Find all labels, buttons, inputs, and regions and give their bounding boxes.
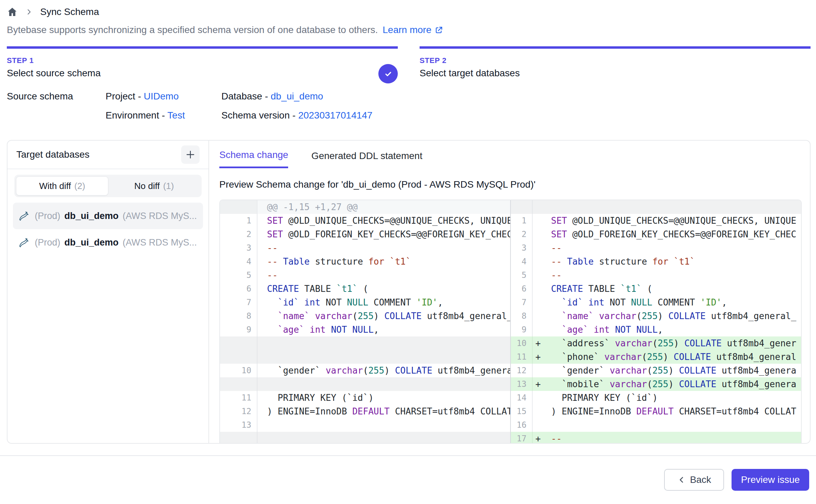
add-database-button[interactable]: [181, 145, 200, 164]
diff-code-row: 2SET @OLD_FOREIGN_KEY_CHECKS=@@FOREIGN_K…: [511, 227, 801, 241]
diff-filter-tabs: With diff(2) No diff(1): [14, 175, 202, 197]
diff-code-row: 13: [220, 418, 510, 432]
line-number: 5: [511, 268, 533, 282]
diff-code-row: 1SET @OLD_UNIQUE_CHECKS=@@UNIQUE_CHECKS,…: [220, 214, 510, 227]
source-database-field: Database - db_ui_demo: [221, 91, 811, 102]
back-button[interactable]: Back: [664, 469, 724, 491]
diff-added-row: 10+ `address` varchar(255) COLLATE utf8m…: [511, 336, 801, 350]
environment-link[interactable]: Test: [168, 110, 185, 121]
source-schema-summary: Source schema Project - UIDemo Database …: [7, 91, 811, 121]
code-line: --: [533, 268, 801, 282]
code-line: [533, 418, 801, 432]
line-number: [220, 377, 257, 391]
project-link[interactable]: UIDemo: [144, 91, 179, 101]
code-line: --: [257, 268, 510, 282]
diff-code-row: 6CREATE TABLE `t1` (: [511, 282, 801, 296]
diff-hunk-header-row: @@ -1,15 +1,27 @@: [220, 200, 510, 214]
database-environment: (Prod): [35, 211, 60, 221]
database-list-item[interactable]: (Prod)db_ui_demo(AWS RDS MyS...: [13, 203, 203, 229]
code-line: [257, 432, 510, 444]
code-line: CREATE TABLE `t1` (: [257, 282, 510, 296]
code-line: --: [533, 241, 801, 255]
code-line: SET @OLD_FOREIGN_KEY_CHECKS=@@FOREIGN_KE…: [257, 227, 510, 241]
target-databases-header: Target databases: [7, 141, 208, 169]
line-number: 8: [220, 309, 257, 323]
line-number: 12: [220, 405, 257, 418]
line-number: 7: [220, 296, 257, 309]
code-line: + `mobile` varchar(255) COLLATE utf8mb4_…: [533, 377, 801, 391]
code-line: + `phone` varchar(255) COLLATE utf8mb4_g…: [533, 350, 801, 364]
code-line: +--: [533, 432, 801, 444]
line-number: 3: [220, 241, 257, 255]
preview-issue-button[interactable]: Preview issue: [732, 469, 809, 491]
step-2: STEP 2 Select target databases: [420, 46, 811, 79]
diff-code-row: 10 `gender` varchar(255) COLLATE utf8mb4…: [220, 364, 510, 377]
code-line: PRIMARY KEY (`id`): [257, 391, 510, 405]
footer-actions: Back Preview issue: [7, 456, 811, 491]
line-number: [220, 432, 257, 444]
stepper: STEP 1 Select source schema STEP 2 Selec…: [7, 46, 811, 79]
code-line: [257, 418, 510, 432]
line-number: 4: [220, 255, 257, 268]
diff-code-row: 2SET @OLD_FOREIGN_KEY_CHECKS=@@FOREIGN_K…: [220, 227, 510, 241]
chevron-left-icon: [677, 475, 686, 484]
diff-code-row: 1SET @OLD_UNIQUE_CHECKS=@@UNIQUE_CHECKS,…: [511, 214, 801, 227]
added-marker: +: [535, 377, 551, 391]
code-line: `id` int NOT NULL COMMENT 'ID',: [533, 296, 801, 309]
code-line: `name` varchar(255) COLLATE utf8mb4_gene…: [257, 309, 510, 323]
tab-schema-change[interactable]: Schema change: [219, 149, 288, 168]
tab-with-diff[interactable]: With diff(2): [16, 176, 108, 195]
source-schema-label: Source schema: [7, 91, 106, 102]
external-link-icon: [434, 25, 444, 35]
database-instance: (AWS RDS MyS...: [123, 211, 197, 221]
diff-code-row: 16: [511, 418, 801, 432]
database-environment: (Prod): [35, 237, 60, 248]
line-number: [511, 200, 533, 214]
description-text: Bytebase supports synchronizing a specif…: [7, 25, 378, 35]
diff-code-row: 15) ENGINE=InnoDB DEFAULT CHARSET=utf8mb…: [511, 405, 801, 418]
code-line: CREATE TABLE `t1` (: [533, 282, 801, 296]
database-instance: (AWS RDS MyS...: [123, 237, 197, 248]
line-number: 12: [511, 364, 533, 377]
sync-main-panel: Target databases With diff(2) No diff(1)…: [7, 140, 811, 444]
step-2-label: STEP 2: [420, 56, 811, 65]
diff-code-row: 14 PRIMARY KEY (`id`): [511, 391, 801, 405]
diff-code-row: 8 `name` varchar(255) COLLATE utf8mb4_ge…: [511, 309, 801, 323]
added-marker: +: [535, 350, 551, 364]
line-number: 8: [511, 309, 533, 323]
code-line: ) ENGINE=InnoDB DEFAULT CHARSET=utf8mb4 …: [257, 405, 510, 418]
home-icon[interactable]: [7, 6, 18, 17]
diff-code-row: 3--: [220, 241, 510, 255]
tab-generated-ddl-statement[interactable]: Generated DDL statement: [311, 149, 422, 168]
tab-no-diff[interactable]: No diff(1): [108, 176, 200, 195]
code-line: SET @OLD_UNIQUE_CHECKS=@@UNIQUE_CHECKS, …: [257, 214, 510, 227]
diff-placeholder-row: [220, 432, 510, 444]
database-link[interactable]: db_ui_demo: [271, 91, 323, 101]
diff-code-row: 9 `age` int NOT NULL,: [220, 323, 510, 336]
line-number: [220, 200, 257, 214]
code-line: [257, 350, 510, 364]
database-list-item[interactable]: (Prod)db_ui_demo(AWS RDS MyS...: [13, 229, 203, 256]
code-line: + `address` varchar(255) COLLATE utf8mb4…: [533, 336, 801, 350]
line-number: 13: [220, 418, 257, 432]
added-marker: +: [535, 336, 551, 350]
step-1: STEP 1 Select source schema: [7, 46, 398, 79]
page-title: Sync Schema: [40, 6, 99, 17]
diff-added-row: 13+ `mobile` varchar(255) COLLATE utf8mb…: [511, 377, 801, 391]
code-line: [533, 200, 801, 214]
line-number: 1: [220, 214, 257, 227]
line-number: 3: [511, 241, 533, 255]
code-line: SET @OLD_FOREIGN_KEY_CHECKS=@@FOREIGN_KE…: [533, 227, 801, 241]
diff-added-row: 17+--: [511, 432, 801, 444]
diff-placeholder-row: [220, 350, 510, 364]
line-number: 6: [220, 282, 257, 296]
diff-placeholder-row: [220, 336, 510, 350]
line-number: [220, 350, 257, 364]
schema-preview-panel: Schema change Generated DDL statement Pr…: [209, 141, 810, 443]
learn-more-link[interactable]: Learn more: [383, 25, 444, 35]
schema-version-link[interactable]: 20230317014147: [298, 110, 373, 121]
line-number: 17: [511, 432, 533, 444]
diff-code-row: 7 `id` int NOT NULL COMMENT 'ID',: [220, 296, 510, 309]
code-line: `age` int NOT NULL,: [257, 323, 510, 336]
line-number: 14: [511, 391, 533, 405]
